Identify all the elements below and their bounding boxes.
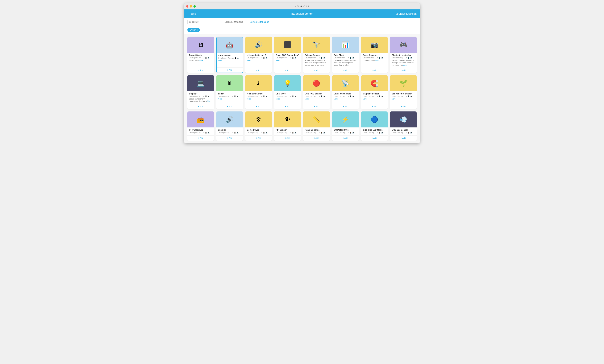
add-extension-button[interactable]: + Add	[245, 68, 272, 73]
extension-developer: Developers: By ... 🖥 📱 💻	[392, 57, 415, 59]
extension-name: Ranging Sensor	[305, 129, 328, 131]
extension-name: Magnetic Sensor	[363, 93, 386, 95]
add-extension-button[interactable]: + Add	[332, 68, 359, 73]
extension-thumbnail: 👁	[274, 111, 301, 127]
extension-card[interactable]: 📷Smart CameraDevelopers: By ... 🖥 📱 💻Com…	[361, 37, 388, 73]
extension-card[interactable]: 🌱Soil Moisture SenserDevelopers: By ... …	[390, 75, 417, 109]
filter-cyberpi[interactable]: CyberPi	[187, 28, 200, 32]
extension-more-link[interactable]: More	[207, 100, 211, 102]
extension-info: Quad RGB Sensor(beta)Developers: By ... …	[274, 53, 301, 68]
extension-info: Ranging SensorDevelopers: By ... 🖥 📱 💻	[303, 127, 330, 135]
search-input[interactable]	[187, 20, 214, 24]
extension-card[interactable]: 💨MO2 Gas SensorDevelopers: By ... 🖥 📱 💻+…	[390, 111, 417, 141]
add-extension-button[interactable]: + Add	[332, 104, 359, 109]
extension-more-link[interactable]: More	[375, 60, 379, 61]
extension-info: DC Motor DriverDevelopers: By ... 🖥 📱 💻	[332, 127, 359, 135]
extension-card[interactable]: 🤖mBot2 shieldDevelopers: By ... 🖥 📱 💻Mor…	[216, 37, 243, 73]
add-extension-button[interactable]: + Add	[216, 104, 243, 109]
extension-name: Science Senser	[305, 54, 328, 56]
add-extension-button[interactable]: + Add	[390, 104, 417, 109]
extension-more-link[interactable]: More	[276, 60, 280, 61]
extension-card[interactable]: 🔵8x16 blue LED MatrixDevelopers: By ... …	[361, 111, 388, 141]
create-extension-button[interactable]: ⊞ Create Extension	[396, 12, 417, 15]
extension-developer: Developers: By ... 🖥 📱 💻	[276, 57, 299, 59]
add-extension-button[interactable]: + Add	[390, 135, 417, 141]
extension-card[interactable]: 👁PIR SensorDevelopers: By ... 🖥 📱 💻+ Add	[274, 111, 301, 141]
extension-info: Bluetooth controllerDevelopers: By ... 🖥…	[390, 53, 417, 68]
extension-developer: Developers: By ... 🖥 📱 💻	[305, 57, 328, 59]
extension-info: Pocket ShieldDevelopers: By ... 🖥 📱 💻Poc…	[187, 53, 214, 68]
extension-card[interactable]: 🔭Science SenserDevelopers: By ... 🖥 📱 💻A…	[303, 37, 330, 73]
extension-more-link[interactable]: More	[247, 98, 251, 100]
extension-developer: Developers: By ... 🖥 📱 💻	[305, 132, 328, 133]
extension-more-link[interactable]: More	[305, 98, 309, 100]
extension-more-link[interactable]: More	[218, 98, 222, 100]
add-extension-button[interactable]: + Add	[216, 135, 243, 141]
extension-card[interactable]: 💡LED DriverDevelopers: By ... 🖥 📱 💻More+…	[274, 75, 301, 109]
extension-developer: Developers: By ... 🖥 📱 💻	[218, 57, 241, 59]
extension-more-link[interactable]: More	[247, 60, 251, 61]
add-extension-button[interactable]: + Add	[361, 104, 388, 109]
extension-card[interactable]: 🧲Magnetic SensorDevelopers: By ... 🖥 📱 💻…	[361, 75, 388, 109]
extension-card[interactable]: ⚙Servo DriverDevelopers: By ... 🖥 📱 💻+ A…	[245, 111, 272, 141]
extension-card[interactable]: 🎮Bluetooth controllerDevelopers: By ... …	[390, 37, 417, 73]
add-extension-button[interactable]: + Add	[187, 135, 214, 141]
add-extension-button[interactable]: + Add	[245, 104, 272, 109]
main-header: ← Back Extension center ⊞ Create Extensi…	[184, 9, 420, 18]
extension-card[interactable]: ⬛Quad RGB Sensor(beta)Developers: By ...…	[274, 37, 301, 73]
extension-card[interactable]: 📊Data ChartDevelopers: By ... 🖥 📱 💻Use t…	[332, 37, 359, 73]
extensions-row-1: 🖥Pocket ShieldDevelopers: By ... 🖥 📱 💻Po…	[187, 37, 417, 73]
extension-thumbnail: 🔵	[361, 111, 388, 127]
extension-name: Ultrasonic Sensor	[334, 93, 357, 95]
extension-card[interactable]: ⚡DC Motor DriverDevelopers: By ... 🖥 📱 💻…	[332, 111, 359, 141]
tab-sprite[interactable]: Sprite Extensions	[221, 18, 246, 26]
extensions-content: 🖥Pocket ShieldDevelopers: By ... 🖥 📱 💻Po…	[184, 34, 420, 143]
tab-device[interactable]: Device Extensions	[246, 18, 272, 26]
add-extension-button[interactable]: + Add	[303, 104, 330, 109]
add-extension-button[interactable]: + Add	[274, 135, 301, 141]
add-extension-button[interactable]: + Add	[187, 68, 214, 73]
extension-card[interactable]: 📻IR TransceiverDevelopers: By ... 🖥 📱 💻+…	[187, 111, 214, 141]
add-extension-button[interactable]: + Add	[245, 135, 272, 141]
back-button[interactable]: ← Back	[187, 12, 196, 15]
extension-more-link[interactable]: More	[276, 98, 280, 100]
extension-more-link[interactable]: More	[218, 60, 222, 62]
extension-card[interactable]: 🔴Dual RGB SensorDevelopers: By ... 🖥 📱 💻…	[303, 75, 330, 109]
extension-card[interactable]: 🌡Humiture SensorDevelopers: By ... 🖥 📱 💻…	[245, 75, 272, 109]
extension-card[interactable]: 📡Ultrasonic SensorDevelopers: By ... 🖥 📱…	[332, 75, 359, 109]
add-extension-button[interactable]: + Add	[332, 135, 359, 141]
extension-more-link[interactable]: More	[403, 64, 407, 66]
extension-card[interactable]: 🔊Ultrasonic Sensor 2Developers: By ... 🖥…	[245, 37, 272, 73]
extension-card[interactable]: 🎚SliderDevelopers: By ... 🖥 📱 💻More+ Add	[216, 75, 243, 109]
extension-name: 8x16 blue LED Matrix	[363, 129, 386, 131]
extension-developer: Developers: By ... 🖥 📱 💻	[392, 132, 415, 133]
extension-thumbnail: 🌡	[245, 75, 272, 91]
add-extension-button[interactable]: + Add	[390, 68, 417, 73]
extension-developer: Developers: By ... 🖥 📱 💻	[276, 96, 299, 97]
extension-description: More	[334, 98, 357, 103]
minimize-button[interactable]	[190, 5, 192, 8]
extension-more-link[interactable]: More	[392, 98, 396, 100]
add-extension-button[interactable]: + Add	[187, 104, 214, 109]
extension-card[interactable]: 📏Ranging SensorDevelopers: By ... 🖥 📱 💻+…	[303, 111, 330, 141]
extension-thumbnail: ⚙	[245, 111, 272, 127]
extension-info: Smart CameraDevelopers: By ... 🖥 📱 💻Comp…	[361, 53, 388, 68]
extension-card[interactable]: 🖥Pocket ShieldDevelopers: By ... 🖥 📱 💻Po…	[187, 37, 214, 73]
extension-card[interactable]: 🔊SpeakerDevelopers: By ... 🖥 📱 💻+ Add	[216, 111, 243, 141]
header-title: Extension center	[291, 12, 313, 15]
extension-description: More	[218, 60, 241, 66]
maximize-button[interactable]	[193, 5, 196, 8]
close-button[interactable]	[186, 5, 189, 8]
add-extension-button[interactable]: + Add	[303, 135, 330, 141]
add-extension-button[interactable]: + Add	[361, 135, 388, 141]
add-extension-button[interactable]: + Add	[217, 67, 243, 73]
add-extension-button[interactable]: + Add	[303, 68, 330, 73]
add-extension-button[interactable]: + Add	[274, 68, 301, 73]
add-extension-button[interactable]: + Add	[361, 68, 388, 73]
add-extension-button[interactable]: + Add	[274, 104, 301, 109]
extension-more-link[interactable]: More	[199, 60, 203, 61]
extension-developer: Developers: By ... 🖥 📱 💻	[276, 132, 299, 133]
extension-more-link[interactable]: More	[363, 98, 367, 100]
extension-card[interactable]: 💻Display+Developers: By ... 🖥 📱 💻Create …	[187, 75, 214, 109]
extension-more-link[interactable]: More	[334, 98, 338, 100]
